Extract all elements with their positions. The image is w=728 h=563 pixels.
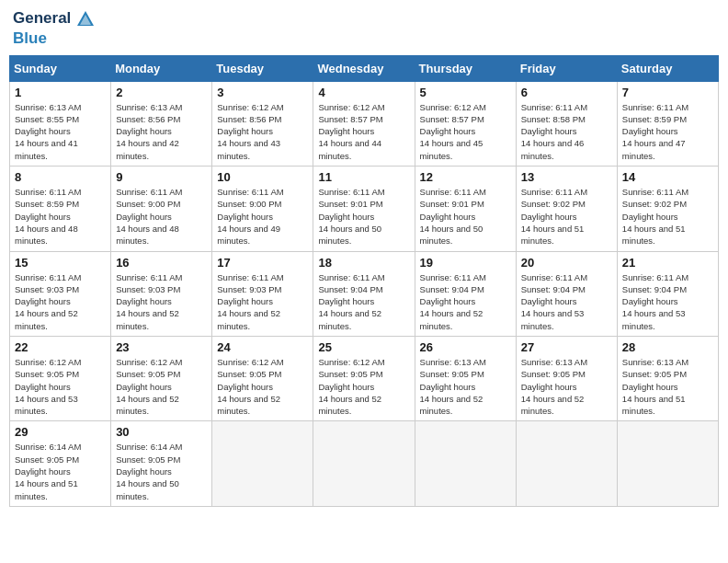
day-number: 23 [116,340,207,354]
calendar-day-cell: 21Sunrise: 6:11 AMSunset: 9:04 PMDayligh… [617,251,718,336]
day-info: Sunrise: 6:14 AMSunset: 9:05 PMDaylight … [116,441,207,501]
calendar-day-cell: 20Sunrise: 6:11 AMSunset: 9:04 PMDayligh… [516,251,617,336]
day-info: Sunrise: 6:12 AMSunset: 8:57 PMDaylight … [420,101,511,162]
day-info: Sunrise: 6:13 AMSunset: 8:56 PMDaylight … [116,101,207,162]
day-number: 19 [420,256,511,270]
calendar-week-row: 8Sunrise: 6:11 AMSunset: 8:59 PMDaylight… [10,167,719,251]
day-number: 18 [318,256,409,270]
day-number: 24 [217,340,308,354]
day-info: Sunrise: 6:12 AMSunset: 9:05 PMDaylight … [116,356,207,417]
day-info: Sunrise: 6:12 AMSunset: 9:05 PMDaylight … [217,356,308,417]
weekday-header: Sunday [10,55,111,81]
calendar-day-cell [415,421,516,506]
calendar-day-cell: 28Sunrise: 6:13 AMSunset: 9:05 PMDayligh… [617,337,718,421]
day-number: 14 [622,170,713,184]
day-info: Sunrise: 6:14 AMSunset: 9:05 PMDaylight … [15,441,106,501]
day-number: 4 [318,86,409,99]
day-number: 5 [420,86,511,99]
calendar-day-cell: 11Sunrise: 6:11 AMSunset: 9:01 PMDayligh… [313,167,415,251]
calendar-day-cell: 18Sunrise: 6:11 AMSunset: 9:04 PMDayligh… [313,251,415,336]
weekday-header: Friday [516,55,617,81]
calendar-day-cell [313,421,415,506]
calendar-week-row: 29Sunrise: 6:14 AMSunset: 9:05 PMDayligh… [10,421,719,506]
day-info: Sunrise: 6:13 AMSunset: 9:05 PMDaylight … [420,356,511,417]
day-info: Sunrise: 6:11 AMSunset: 9:00 PMDaylight … [217,186,308,247]
calendar-week-row: 15Sunrise: 6:11 AMSunset: 9:03 PMDayligh… [10,251,719,336]
calendar-day-cell: 6Sunrise: 6:11 AMSunset: 8:58 PMDaylight… [516,81,617,166]
day-info: Sunrise: 6:11 AMSunset: 8:59 PMDaylight … [622,101,713,162]
day-number: 11 [318,170,409,184]
day-number: 12 [420,170,511,184]
calendar-day-cell: 4Sunrise: 6:12 AMSunset: 8:57 PMDaylight… [313,81,415,166]
day-info: Sunrise: 6:11 AMSunset: 9:02 PMDaylight … [622,186,713,247]
calendar-day-cell: 10Sunrise: 6:11 AMSunset: 9:00 PMDayligh… [212,167,313,251]
day-number: 7 [622,86,713,99]
day-number: 6 [521,86,612,99]
calendar-day-cell: 5Sunrise: 6:12 AMSunset: 8:57 PMDaylight… [415,81,516,166]
day-number: 2 [116,86,207,99]
day-info: Sunrise: 6:11 AMSunset: 9:03 PMDaylight … [116,271,207,332]
day-info: Sunrise: 6:12 AMSunset: 9:05 PMDaylight … [318,356,409,417]
day-info: Sunrise: 6:11 AMSunset: 9:01 PMDaylight … [318,186,409,247]
day-number: 13 [521,170,612,184]
day-number: 29 [15,425,106,439]
weekday-header: Saturday [617,55,718,81]
day-info: Sunrise: 6:13 AMSunset: 9:05 PMDaylight … [521,356,612,417]
calendar-day-cell [212,421,313,506]
calendar-day-cell: 8Sunrise: 6:11 AMSunset: 8:59 PMDaylight… [10,167,111,251]
page-header: General Blue [9,9,719,48]
day-info: Sunrise: 6:11 AMSunset: 9:03 PMDaylight … [217,271,308,332]
day-info: Sunrise: 6:12 AMSunset: 9:05 PMDaylight … [15,356,106,417]
day-info: Sunrise: 6:13 AMSunset: 8:55 PMDaylight … [15,101,106,162]
day-info: Sunrise: 6:11 AMSunset: 9:04 PMDaylight … [318,271,409,332]
day-info: Sunrise: 6:11 AMSunset: 8:59 PMDaylight … [15,186,106,247]
day-info: Sunrise: 6:11 AMSunset: 9:04 PMDaylight … [622,271,713,332]
day-number: 16 [116,256,207,270]
calendar-day-cell: 7Sunrise: 6:11 AMSunset: 8:59 PMDaylight… [617,81,718,166]
day-number: 10 [217,170,308,184]
calendar-day-cell: 23Sunrise: 6:12 AMSunset: 9:05 PMDayligh… [111,337,212,421]
calendar-day-cell: 24Sunrise: 6:12 AMSunset: 9:05 PMDayligh… [212,337,313,421]
day-number: 17 [217,256,308,270]
day-number: 1 [15,86,106,99]
day-number: 15 [15,256,106,270]
day-number: 3 [217,86,308,99]
calendar-day-cell: 17Sunrise: 6:11 AMSunset: 9:03 PMDayligh… [212,251,313,336]
logo: General Blue [13,9,96,48]
day-info: Sunrise: 6:11 AMSunset: 9:04 PMDaylight … [420,271,511,332]
calendar-table: SundayMondayTuesdayWednesdayThursdayFrid… [9,55,719,507]
calendar-day-cell: 14Sunrise: 6:11 AMSunset: 9:02 PMDayligh… [617,167,718,251]
calendar-week-row: 22Sunrise: 6:12 AMSunset: 9:05 PMDayligh… [10,337,719,421]
weekday-header: Wednesday [313,55,415,81]
calendar-day-cell: 9Sunrise: 6:11 AMSunset: 9:00 PMDaylight… [111,167,212,251]
day-number: 25 [318,340,409,354]
day-number: 27 [521,340,612,354]
weekday-header: Tuesday [212,55,313,81]
day-number: 28 [622,340,713,354]
calendar-day-cell: 27Sunrise: 6:13 AMSunset: 9:05 PMDayligh… [516,337,617,421]
calendar-day-cell: 25Sunrise: 6:12 AMSunset: 9:05 PMDayligh… [313,337,415,421]
calendar-header-row: SundayMondayTuesdayWednesdayThursdayFrid… [10,55,719,81]
calendar-day-cell: 1Sunrise: 6:13 AMSunset: 8:55 PMDaylight… [10,81,111,166]
calendar-day-cell: 12Sunrise: 6:11 AMSunset: 9:01 PMDayligh… [415,167,516,251]
logo-text-line1: General [13,9,96,29]
day-number: 30 [116,425,207,439]
day-info: Sunrise: 6:11 AMSunset: 9:02 PMDaylight … [521,186,612,247]
weekday-header: Monday [111,55,212,81]
calendar-day-cell: 16Sunrise: 6:11 AMSunset: 9:03 PMDayligh… [111,251,212,336]
calendar-day-cell: 22Sunrise: 6:12 AMSunset: 9:05 PMDayligh… [10,337,111,421]
calendar-day-cell: 30Sunrise: 6:14 AMSunset: 9:05 PMDayligh… [111,421,212,506]
calendar-day-cell: 13Sunrise: 6:11 AMSunset: 9:02 PMDayligh… [516,167,617,251]
day-info: Sunrise: 6:11 AMSunset: 8:58 PMDaylight … [521,101,612,162]
logo-text-line2: Blue [13,29,96,48]
calendar-day-cell: 3Sunrise: 6:12 AMSunset: 8:56 PMDaylight… [212,81,313,166]
calendar-day-cell: 29Sunrise: 6:14 AMSunset: 9:05 PMDayligh… [10,421,111,506]
day-info: Sunrise: 6:11 AMSunset: 9:04 PMDaylight … [521,271,612,332]
calendar-day-cell: 15Sunrise: 6:11 AMSunset: 9:03 PMDayligh… [10,251,111,336]
day-number: 8 [15,170,106,184]
weekday-header: Thursday [415,55,516,81]
day-number: 20 [521,256,612,270]
day-number: 21 [622,256,713,270]
day-info: Sunrise: 6:11 AMSunset: 9:03 PMDaylight … [15,271,106,332]
day-info: Sunrise: 6:12 AMSunset: 8:57 PMDaylight … [318,101,409,162]
